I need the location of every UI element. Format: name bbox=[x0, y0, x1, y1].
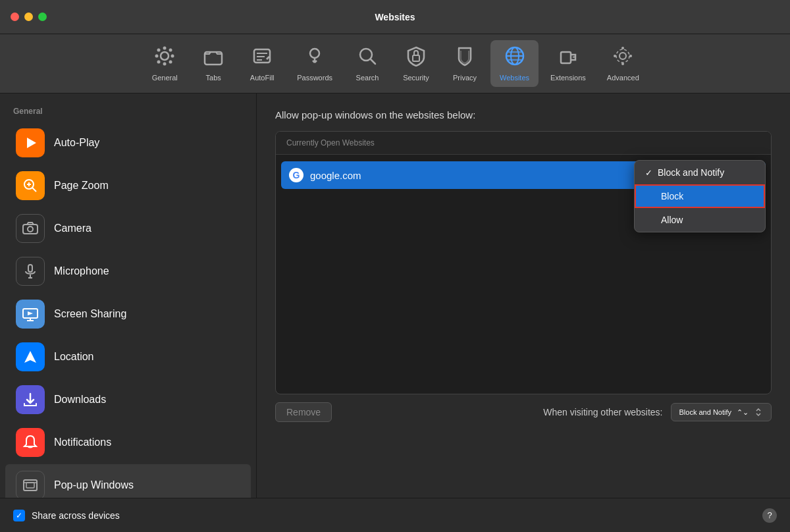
websites-label: Websites bbox=[500, 74, 529, 82]
other-websites-label: When visiting other websites: bbox=[543, 407, 662, 417]
table-header: Currently Open Websites bbox=[276, 132, 771, 155]
popup-windows-label: Pop-up Windows bbox=[54, 479, 134, 491]
location-icon bbox=[16, 342, 45, 371]
search-icon bbox=[357, 45, 378, 70]
tabs-icon bbox=[203, 45, 224, 70]
microphone-label: Microphone bbox=[54, 265, 109, 277]
advanced-icon bbox=[612, 45, 633, 70]
block-label: Block bbox=[661, 191, 683, 201]
dropdown-item-block[interactable]: Block bbox=[635, 184, 765, 208]
notifications-label: Notifications bbox=[54, 437, 111, 448]
toolbar-item-search[interactable]: Search bbox=[344, 40, 390, 87]
svg-point-14 bbox=[310, 49, 319, 58]
screen-sharing-label: Screen Sharing bbox=[54, 308, 126, 320]
svg-rect-48 bbox=[26, 483, 34, 488]
sidebar-item-auto-play[interactable]: Auto-Play bbox=[5, 122, 251, 164]
screen-sharing-icon bbox=[16, 300, 45, 329]
extensions-label: Extensions bbox=[550, 74, 586, 82]
dropdown-item-allow[interactable]: Allow bbox=[635, 208, 765, 232]
passwords-icon bbox=[304, 45, 325, 70]
share-checkbox[interactable]: ✓ bbox=[13, 510, 25, 521]
passwords-label: Passwords bbox=[297, 74, 332, 82]
svg-point-27 bbox=[619, 53, 626, 59]
svg-point-4 bbox=[171, 55, 174, 58]
svg-point-0 bbox=[161, 52, 169, 60]
toolbar-item-security[interactable]: Security bbox=[393, 40, 439, 87]
select-arrows-icon bbox=[754, 408, 763, 417]
other-websites-value: Block and Notify bbox=[679, 408, 731, 416]
toolbar-item-privacy[interactable]: Privacy bbox=[442, 40, 488, 87]
toolbar-item-general[interactable]: General bbox=[142, 40, 188, 87]
page-zoom-icon bbox=[16, 171, 45, 200]
dropdown-menu[interactable]: ✓ Block and Notify Block Allow bbox=[634, 160, 766, 232]
other-websites-select[interactable]: Block and Notify ⌃⌄ bbox=[671, 403, 772, 421]
allow-label: Allow bbox=[661, 215, 683, 225]
toolbar-item-tabs[interactable]: Tabs bbox=[190, 40, 236, 87]
popup-icon bbox=[16, 471, 45, 498]
toolbar-item-passwords[interactable]: Passwords bbox=[288, 40, 342, 87]
svg-point-6 bbox=[169, 61, 172, 64]
sidebar-item-location[interactable]: Location bbox=[5, 336, 251, 378]
svg-rect-19 bbox=[413, 55, 419, 61]
toolbar-item-extensions[interactable]: Extensions bbox=[541, 40, 595, 87]
auto-play-label: Auto-Play bbox=[54, 137, 99, 149]
location-label: Location bbox=[54, 351, 94, 363]
svg-point-8 bbox=[157, 61, 161, 64]
toolbar-item-autofill[interactable]: AutoFill bbox=[239, 40, 285, 87]
close-button[interactable] bbox=[11, 13, 19, 21]
minimize-button[interactable] bbox=[24, 13, 33, 21]
check-icon: ✓ bbox=[645, 168, 652, 178]
content-title: Allow pop-up windows on the websites bel… bbox=[275, 109, 772, 120]
downloads-label: Downloads bbox=[54, 394, 106, 406]
svg-point-28 bbox=[616, 49, 629, 63]
help-button[interactable]: ? bbox=[762, 508, 777, 523]
svg-point-5 bbox=[157, 49, 161, 52]
svg-marker-33 bbox=[27, 138, 36, 148]
auto-play-icon bbox=[16, 128, 45, 157]
remove-button[interactable]: Remove bbox=[275, 402, 332, 422]
privacy-icon bbox=[454, 45, 475, 70]
svg-rect-47 bbox=[24, 480, 37, 491]
advanced-label: Advanced bbox=[607, 74, 639, 82]
maximize-button[interactable] bbox=[38, 13, 47, 21]
toolbar-item-advanced[interactable]: Advanced bbox=[598, 40, 648, 87]
content-panel: Allow pop-up windows on the websites bel… bbox=[257, 93, 790, 498]
share-label: Share across devices bbox=[32, 510, 120, 521]
general-icon bbox=[154, 45, 175, 70]
bottom-bar: ✓ Share across devices ? bbox=[0, 498, 790, 532]
toolbar: General Tabs AutoFill bbox=[0, 34, 790, 93]
block-and-notify-label: Block and Notify bbox=[658, 167, 724, 178]
svg-point-29 bbox=[621, 47, 624, 49]
site-name: google.com bbox=[310, 170, 361, 181]
sidebar-item-notifications[interactable]: Notifications bbox=[5, 421, 251, 464]
extensions-icon bbox=[558, 45, 579, 70]
main-content: General Auto-Play Page Zoom bbox=[0, 93, 790, 498]
svg-point-39 bbox=[28, 226, 33, 232]
svg-point-2 bbox=[163, 63, 167, 66]
sidebar-item-camera[interactable]: Camera bbox=[5, 207, 251, 250]
dropdown-item-block-and-notify[interactable]: ✓ Block and Notify bbox=[635, 161, 765, 184]
security-label: Security bbox=[403, 74, 429, 82]
sidebar-section-general: General bbox=[0, 104, 256, 121]
page-zoom-label: Page Zoom bbox=[54, 180, 109, 192]
camera-label: Camera bbox=[54, 223, 92, 234]
camera-icon bbox=[16, 214, 45, 243]
google-favicon: G bbox=[289, 168, 303, 182]
toolbar-item-websites[interactable]: Websites bbox=[490, 40, 539, 87]
websites-table: Currently Open Websites G google.com ✓ B… bbox=[275, 131, 772, 394]
svg-point-7 bbox=[169, 49, 172, 52]
svg-point-32 bbox=[629, 55, 632, 57]
window-title: Websites bbox=[375, 12, 415, 22]
svg-rect-40 bbox=[28, 265, 32, 272]
microphone-icon bbox=[16, 257, 45, 286]
privacy-label: Privacy bbox=[453, 74, 477, 82]
svg-rect-26 bbox=[561, 52, 571, 63]
sidebar-item-page-zoom[interactable]: Page Zoom bbox=[5, 165, 251, 207]
sidebar-item-screen-sharing[interactable]: Screen Sharing bbox=[5, 293, 251, 335]
sidebar-item-downloads[interactable]: Downloads bbox=[5, 379, 251, 421]
sidebar-item-popup-windows[interactable]: Pop-up Windows bbox=[5, 464, 251, 498]
svg-point-3 bbox=[155, 55, 159, 58]
sidebar-item-microphone[interactable]: Microphone bbox=[5, 250, 251, 292]
svg-marker-46 bbox=[24, 351, 36, 363]
title-bar: Websites bbox=[0, 0, 790, 34]
